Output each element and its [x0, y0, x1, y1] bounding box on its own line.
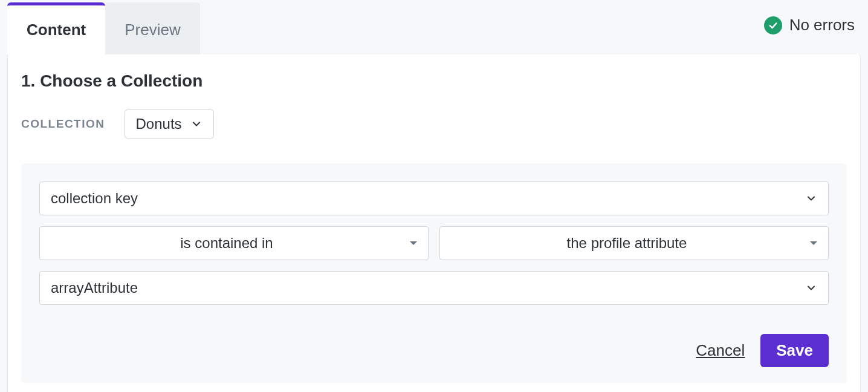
filter-field-value: collection key [51, 190, 805, 207]
filter-row-attribute: arrayAttribute [39, 271, 829, 305]
collection-label: COLLECTION [21, 117, 105, 131]
caret-down-icon [410, 241, 417, 245]
filter-row-operator-source: is contained in the profile attribute [39, 226, 829, 260]
collection-selected-value: Donuts [136, 116, 182, 132]
filter-field-select[interactable]: collection key [39, 181, 829, 215]
collection-row: COLLECTION Donuts [21, 109, 847, 139]
chevron-down-icon [805, 192, 817, 204]
filter-operator-select[interactable]: is contained in [39, 226, 429, 260]
app-root: Content Preview No errors 1. Choose a Co… [0, 0, 868, 392]
filter-operator-value: is contained in [51, 235, 403, 252]
filter-attribute-value: arrayAttribute [51, 279, 805, 296]
section-heading: 1. Choose a Collection [21, 71, 847, 91]
save-button[interactable]: Save [760, 334, 829, 367]
cancel-button[interactable]: Cancel [696, 341, 745, 360]
filter-box: collection key is contained in the profi… [21, 163, 847, 383]
tab-content[interactable]: Content [7, 2, 105, 54]
filter-source-value: the profile attribute [451, 235, 803, 252]
caret-down-icon [810, 241, 817, 245]
collection-select[interactable]: Donuts [125, 109, 214, 139]
tab-preview-label: Preview [125, 21, 180, 39]
tab-content-label: Content [27, 21, 86, 39]
content-panel: 1. Choose a Collection COLLECTION Donuts… [7, 54, 861, 392]
status-text: No errors [789, 16, 855, 34]
tab-row: Content Preview No errors [7, 2, 861, 54]
filter-source-select[interactable]: the profile attribute [439, 226, 829, 260]
tab-preview[interactable]: Preview [105, 2, 199, 54]
status-indicator: No errors [764, 16, 855, 34]
check-circle-icon [764, 16, 782, 34]
chevron-down-icon [805, 282, 817, 294]
filter-row-field: collection key [39, 181, 829, 215]
filter-actions: Cancel Save [39, 334, 829, 367]
filter-attribute-select[interactable]: arrayAttribute [39, 271, 829, 305]
chevron-down-icon [190, 118, 202, 130]
